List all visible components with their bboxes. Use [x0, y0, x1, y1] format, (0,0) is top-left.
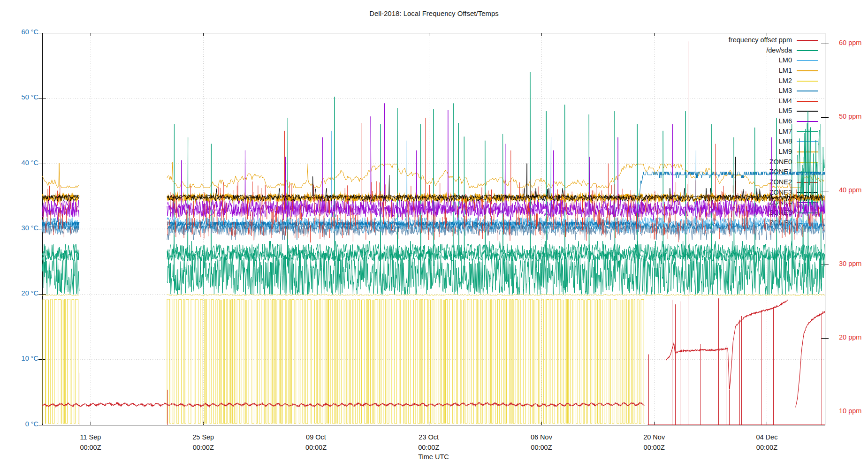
chart-root: Dell-2018: Local Frequency Offset/Temps … [0, 0, 868, 469]
plot-canvas [0, 0, 868, 469]
